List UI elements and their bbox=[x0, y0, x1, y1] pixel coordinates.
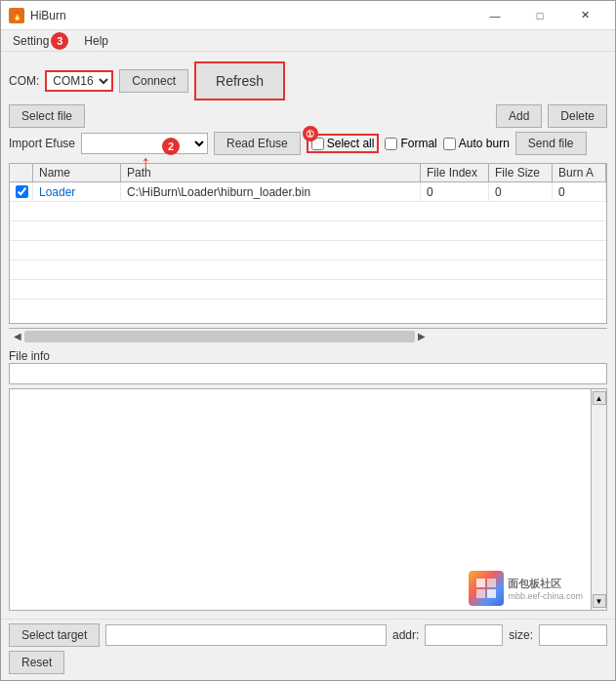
addr-input[interactable] bbox=[425, 624, 503, 646]
svg-rect-3 bbox=[487, 589, 496, 598]
send-file-button[interactable]: Send file bbox=[515, 132, 587, 155]
com-select[interactable]: COM16 COM1 COM2 COM3 bbox=[45, 70, 113, 92]
file-info-section: File info bbox=[9, 347, 607, 384]
connect-button[interactable]: Connect bbox=[119, 69, 188, 93]
table-row-empty-5 bbox=[10, 280, 606, 300]
bottom-bar-row1: Select target addr: size: bbox=[1, 619, 615, 651]
title-bar-left: 🔥 HiBurn bbox=[9, 8, 66, 23]
delete-button[interactable]: Delete bbox=[548, 104, 607, 128]
addr-label: addr: bbox=[392, 628, 419, 642]
formal-checkbox[interactable] bbox=[385, 138, 397, 150]
th-name: Name bbox=[33, 164, 121, 181]
toolbar-row2: Select file Add Delete bbox=[9, 104, 607, 128]
app-icon: 🔥 bbox=[9, 8, 24, 23]
maximize-button[interactable]: □ bbox=[517, 1, 562, 30]
th-index: File Index bbox=[421, 164, 489, 181]
th-size: File Size bbox=[489, 164, 553, 181]
add-button[interactable]: Add bbox=[496, 104, 542, 128]
select-all-container: ① Select all bbox=[307, 134, 380, 153]
h-scrollbar-area[interactable]: ◀ ▶ bbox=[9, 328, 607, 343]
toolbar-row1: COM: COM16 COM1 COM2 COM3 Connect Refres… bbox=[9, 61, 607, 100]
window-title: HiBurn bbox=[30, 9, 66, 22]
h-scrollbar-thumb[interactable] bbox=[24, 331, 415, 342]
th-burn: Burn A bbox=[553, 164, 606, 181]
table-row-empty-3 bbox=[10, 241, 606, 260]
formal-label[interactable]: Formal bbox=[385, 137, 436, 150]
svg-rect-2 bbox=[476, 589, 485, 598]
select-file-button[interactable]: Select file bbox=[9, 104, 85, 128]
row-file-size: 0 bbox=[489, 182, 553, 201]
main-content: COM: COM16 COM1 COM2 COM3 Connect Refres… bbox=[1, 52, 615, 619]
table-body: Loader C:\HiBurn\Loader\hiburn_loader.bi… bbox=[10, 182, 606, 323]
row-burn-a: 0 bbox=[553, 182, 606, 201]
row-path: C:\HiBurn\Loader\hiburn_loader.bin bbox=[121, 182, 421, 201]
menu-help[interactable]: Help bbox=[76, 30, 116, 52]
log-scrollbar[interactable]: ▲ ▼ bbox=[591, 389, 606, 610]
scroll-left-arrow[interactable]: ◀ bbox=[11, 331, 24, 341]
refresh-button[interactable]: Refresh bbox=[194, 61, 285, 100]
select-all-label: Select all bbox=[327, 137, 375, 150]
close-button[interactable]: ✕ bbox=[562, 1, 607, 30]
watermark-text: 面包板社区 mbb.eef-china.com bbox=[508, 577, 583, 601]
import-row: Import Efuse Read Efuse ① Select all For… bbox=[9, 132, 607, 155]
row-file-index: 0 bbox=[421, 182, 489, 201]
title-bar: 🔥 HiBurn — □ ✕ bbox=[1, 1, 615, 30]
bottom-bar-row2: Reset bbox=[1, 651, 615, 680]
auto-burn-checkbox[interactable] bbox=[443, 138, 456, 150]
table-header: Name Path File Index File Size Burn A bbox=[10, 164, 606, 182]
window-controls: — □ ✕ bbox=[472, 1, 607, 30]
row-check[interactable] bbox=[10, 182, 33, 201]
annotation-2: 2 bbox=[162, 138, 180, 155]
annotation-2-arrow: ↑ bbox=[141, 151, 150, 174]
scroll-right-arrow[interactable]: ▶ bbox=[415, 331, 429, 341]
watermark: 面包板社区 mbb.eef-china.com bbox=[469, 571, 583, 606]
annotation-3: 3 bbox=[51, 32, 68, 50]
annotation-1: ① bbox=[303, 126, 318, 141]
file-info-label: File info bbox=[9, 349, 607, 363]
menu-bar: Setting 3 Help bbox=[1, 30, 615, 52]
reset-button[interactable]: Reset bbox=[9, 651, 64, 674]
size-label: size: bbox=[509, 628, 533, 642]
com-label: COM: bbox=[9, 74, 39, 88]
table-row-empty-1 bbox=[10, 202, 606, 221]
svg-rect-1 bbox=[487, 579, 496, 587]
menu-setting[interactable]: Setting 3 bbox=[5, 30, 76, 52]
main-window: 🔥 HiBurn — □ ✕ Setting 3 Help COM: COM16… bbox=[0, 0, 616, 681]
th-check bbox=[10, 164, 33, 181]
watermark-icon bbox=[469, 571, 504, 606]
log-area[interactable]: ▲ ▼ 面包板社区 mbb.eef-china.com bbox=[9, 388, 607, 611]
scroll-up-btn[interactable]: ▲ bbox=[593, 391, 606, 405]
table-row[interactable]: Loader C:\HiBurn\Loader\hiburn_loader.bi… bbox=[10, 182, 606, 202]
scroll-down-btn[interactable]: ▼ bbox=[593, 594, 606, 608]
minimize-button[interactable]: — bbox=[472, 1, 517, 30]
file-table: Name Path File Index File Size Burn A Lo… bbox=[9, 163, 607, 324]
th-path: Path bbox=[121, 164, 421, 181]
size-input[interactable] bbox=[539, 624, 607, 646]
target-input[interactable] bbox=[105, 624, 387, 646]
file-info-input[interactable] bbox=[9, 363, 607, 384]
table-row-empty-4 bbox=[10, 260, 606, 280]
row-name: Loader bbox=[33, 182, 121, 201]
import-efuse-label: Import Efuse bbox=[9, 137, 75, 150]
select-target-button[interactable]: Select target bbox=[9, 623, 100, 647]
table-row-empty-2 bbox=[10, 221, 606, 241]
read-efuse-button[interactable]: Read Efuse bbox=[214, 132, 301, 155]
svg-rect-0 bbox=[476, 579, 485, 587]
auto-burn-label[interactable]: Auto burn bbox=[443, 137, 510, 150]
